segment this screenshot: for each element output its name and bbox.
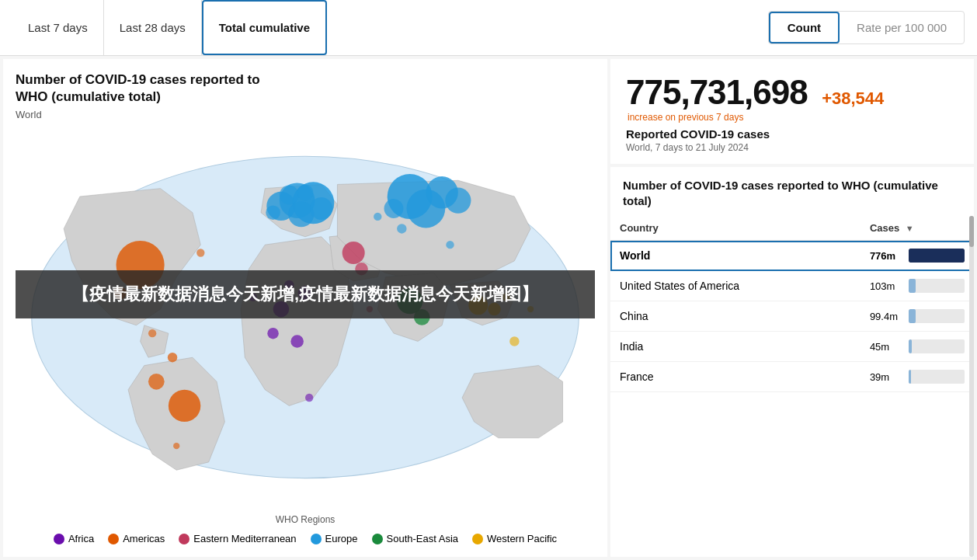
- sea-dot: [372, 534, 383, 544]
- svg-point-40: [196, 249, 204, 257]
- increase-label: increase on previous 7 days: [628, 112, 958, 123]
- stats-box: 775,731,698 +38,544 increase on previous…: [610, 59, 974, 164]
- tab-last-28-days[interactable]: Last 28 days: [104, 0, 202, 55]
- svg-point-16: [407, 190, 446, 228]
- col-country-label: Country: [620, 222, 659, 234]
- svg-point-9: [288, 201, 314, 227]
- table-cell-country: India: [610, 332, 861, 362]
- stats-sublabel: World, 7 days to 21 July 2024: [626, 142, 958, 153]
- cases-value: 39m: [870, 371, 904, 383]
- tab-total-cumulative[interactable]: Total cumulative: [202, 0, 327, 55]
- table-row[interactable]: India45m: [610, 332, 974, 362]
- svg-point-32: [374, 213, 381, 221]
- col-cases-label: Cases: [870, 222, 899, 234]
- svg-point-26: [290, 335, 304, 348]
- metric-rate-btn[interactable]: Rate per 100 000: [840, 13, 964, 42]
- svg-point-18: [384, 199, 404, 218]
- stats-numbers-row: 775,731,698 +38,544 increase on previous…: [626, 73, 958, 123]
- table-cell-country: China: [610, 301, 861, 332]
- chart-title: Number of COVID-19 cases reported to WHO…: [16, 71, 295, 106]
- table-cell-cases: 776m: [861, 241, 974, 271]
- map-container: 【疫情最新数据消息今天新增,疫情最新数据消息今天新增图】: [16, 120, 595, 514]
- legend-item-americas: Americas: [108, 533, 165, 544]
- table-cell-cases: 45m: [861, 332, 974, 362]
- sort-arrow-icon: ▼: [906, 224, 914, 233]
- europe-dot: [311, 534, 322, 544]
- bar-fill: [909, 370, 912, 384]
- svg-point-10: [280, 186, 299, 205]
- time-period-tabs: Last 7 days Last 28 days Total cumulativ…: [12, 0, 327, 55]
- metric-count-btn[interactable]: Count: [769, 12, 840, 43]
- legend-label-sea: South-East Asia: [387, 533, 459, 544]
- africa-dot: [54, 534, 64, 544]
- legend-title: WHO Regions: [16, 514, 595, 525]
- bar-fill: [909, 309, 916, 323]
- left-panel: Number of COVID-19 cases reported to WHO…: [3, 59, 607, 557]
- svg-point-23: [342, 242, 365, 264]
- bar-fill: [909, 249, 965, 263]
- cases-table: Country Cases ▼ World776mUnited States o…: [610, 216, 974, 392]
- right-panel: 775,731,698 +38,544 increase on previous…: [610, 59, 974, 557]
- svg-point-11: [310, 197, 332, 220]
- table-row[interactable]: France39m: [610, 362, 974, 392]
- svg-point-33: [446, 241, 454, 249]
- legend-item-sea: South-East Asia: [372, 533, 459, 544]
- legend-item-europe: Europe: [311, 533, 358, 544]
- legend-label-eastern-med: Eastern Mediterranean: [193, 533, 296, 544]
- top-bar: Last 7 days Last 28 days Total cumulativ…: [0, 0, 977, 56]
- svg-point-31: [397, 224, 406, 233]
- legend-label-africa: Africa: [68, 533, 94, 544]
- overlay-text: 【疫情最新数据消息今天新增,疫情最新数据消息今天新增图】: [72, 284, 538, 304]
- scroll-indicator: [969, 216, 974, 557]
- svg-point-13: [266, 206, 280, 221]
- svg-point-5: [168, 353, 177, 362]
- scroll-thumb: [969, 216, 974, 247]
- big-number: 775,731,698: [626, 73, 808, 111]
- table-cell-cases: 39m: [861, 362, 974, 392]
- table-row[interactable]: China99.4m: [610, 301, 974, 332]
- cases-value: 45m: [870, 341, 904, 353]
- legend-item-africa: Africa: [54, 533, 94, 544]
- table-wrapper[interactable]: Country Cases ▼ World776mUnited States o…: [610, 216, 974, 557]
- legend-item-western-pacific: Western Pacific: [472, 533, 557, 544]
- western-pacific-dot: [472, 534, 483, 544]
- table-cell-country: United States of America: [610, 271, 861, 301]
- table-cell-country: France: [610, 362, 861, 392]
- cases-value: 99.4m: [870, 311, 904, 322]
- metric-tabs: Count Rate per 100 000: [768, 11, 965, 44]
- americas-dot: [108, 534, 119, 544]
- legend-label-europe: Europe: [325, 533, 358, 544]
- bar-fill: [909, 279, 916, 293]
- svg-point-37: [509, 336, 519, 346]
- table-cell-cases: 103m: [861, 271, 974, 301]
- cases-value: 103m: [870, 280, 904, 292]
- table-cell-country: World: [610, 241, 861, 271]
- legend-item-eastern-med: Eastern Mediterranean: [179, 533, 296, 544]
- chart-subtitle: World: [16, 109, 595, 120]
- stats-label: Reported COVID-19 cases: [626, 127, 958, 141]
- svg-point-30: [173, 443, 179, 449]
- table-row[interactable]: World776m: [610, 241, 974, 271]
- tab-last-7-days[interactable]: Last 7 days: [12, 0, 104, 55]
- svg-point-36: [305, 394, 313, 402]
- col-cases[interactable]: Cases ▼: [861, 216, 974, 241]
- table-cell-cases: 99.4m: [861, 301, 974, 332]
- svg-point-4: [148, 374, 165, 390]
- overlay-banner: 【疫情最新数据消息今天新增,疫情最新数据消息今天新增图】: [16, 270, 595, 318]
- eastern-med-dot: [179, 534, 189, 544]
- svg-point-17: [445, 188, 471, 214]
- legend: Africa Americas Eastern Mediterranean Eu…: [16, 533, 595, 544]
- svg-point-41: [148, 329, 156, 337]
- table-title: Number of COVID-19 cases reported to WHO…: [610, 167, 974, 216]
- table-row[interactable]: United States of America103m: [610, 271, 974, 301]
- increase-number: +38,544: [822, 89, 884, 108]
- col-country[interactable]: Country: [610, 216, 861, 241]
- svg-point-28: [267, 328, 279, 339]
- main-content: Number of COVID-19 cases reported to WHO…: [0, 56, 977, 560]
- table-box: Number of COVID-19 cases reported to WHO…: [610, 167, 974, 557]
- cases-value: 776m: [870, 250, 904, 262]
- legend-label-americas: Americas: [123, 533, 165, 544]
- legend-label-western-pacific: Western Pacific: [487, 533, 557, 544]
- svg-point-12: [297, 185, 314, 201]
- bar-fill: [909, 339, 912, 353]
